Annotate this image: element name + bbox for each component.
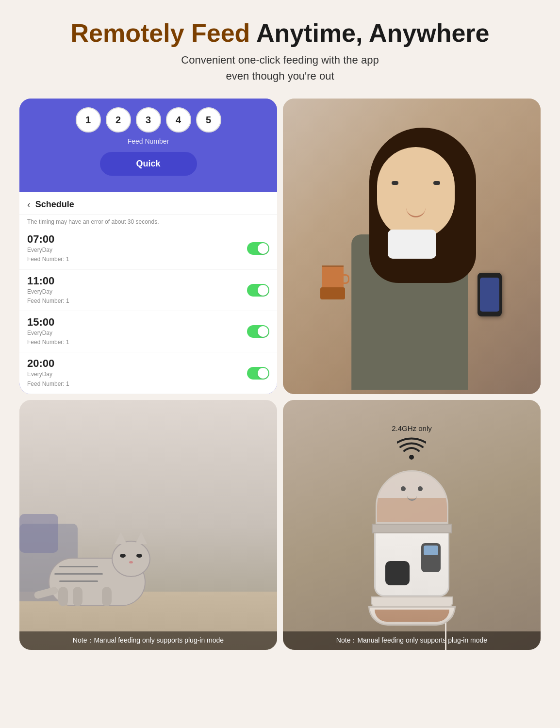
svg-point-0: [409, 455, 414, 460]
feeder-body-section: [374, 533, 449, 596]
main-content: 1 2 3 4 5 Feed Number Quick ‹ Schedule: [19, 99, 541, 650]
subheadline-line2: even though you're out: [226, 70, 334, 82]
feeder-machine: [368, 470, 456, 650]
cat-eye-right: [136, 554, 142, 558]
cat-ear-left: [115, 532, 127, 544]
schedule-time-2: 15:00: [27, 316, 247, 329]
schedule-detail-3: EveryDayFeed Number: 1: [27, 370, 247, 388]
schedule-section: ‹ Schedule The timing may have an error …: [19, 192, 277, 394]
wifi-label: 2.4GHz only: [392, 424, 432, 432]
woman-mouth: [406, 208, 426, 217]
schedule-title: Schedule: [35, 199, 74, 210]
feeder-dispenser: [385, 561, 410, 585]
feeder-face: [401, 486, 423, 491]
cat-eye-left: [120, 554, 126, 558]
feed-number-label: Feed Number: [29, 137, 267, 145]
feed-circles: 1 2 3 4 5: [29, 107, 267, 132]
woman-eye-right: [433, 181, 440, 185]
schedule-item-1: 11:00 EveryDayFeed Number: 1: [19, 270, 277, 311]
food-in-dome: [377, 498, 447, 522]
woman-coffee-cup: [322, 265, 344, 297]
headline-brown: Remotely Feed: [70, 19, 250, 47]
cup-handle: [343, 274, 349, 284]
schedule-time-3: 20:00: [27, 357, 247, 370]
woman-face-shape: [377, 147, 455, 239]
cat-stripe-2: [54, 573, 103, 575]
wifi-icon: [397, 436, 426, 461]
schedule-item-0-info: 07:00 EveryDayFeed Number: 1: [27, 233, 247, 264]
cat-stripe-1: [59, 566, 98, 567]
toggle-1[interactable]: [247, 284, 269, 297]
feeder-eye-left: [401, 486, 406, 491]
feed-number-section: 1 2 3 4 5 Feed Number Quick: [19, 99, 277, 192]
schedule-detail-0: EveryDayFeed Number: 1: [27, 246, 247, 264]
back-arrow-icon[interactable]: ‹: [27, 199, 31, 210]
schedule-time-1: 11:00: [27, 275, 247, 287]
woman-eye-left: [392, 181, 398, 185]
app-card-inner: 1 2 3 4 5 Feed Number Quick ‹ Schedule: [19, 99, 277, 394]
note-bar: Note：Manual feeding only supports plug-i…: [19, 631, 277, 650]
feed-circle-1[interactable]: 1: [76, 107, 101, 132]
subheadline: Convenient one-click feeding with the ap…: [181, 52, 379, 84]
cat-head: [112, 541, 150, 577]
wifi-section: 2.4GHz only: [392, 424, 432, 461]
schedule-detail-2: EveryDayFeed Number: 1: [27, 329, 247, 347]
phone-screen: [480, 278, 499, 312]
feeder-dome: [376, 470, 448, 524]
schedule-item-3: 20:00 EveryDayFeed Number: 1: [19, 352, 277, 394]
feeder-panel: [421, 543, 441, 572]
woman-photo-card: [283, 99, 541, 394]
schedule-time-0: 07:00: [27, 233, 247, 246]
top-row: 1 2 3 4 5 Feed Number Quick ‹ Schedule: [19, 99, 541, 394]
cat-scene-card: Note：Manual feeding only supports plug-i…: [19, 400, 277, 650]
schedule-item-0: 07:00 EveryDayFeed Number: 1: [19, 228, 277, 269]
schedule-detail-1: EveryDayFeed Number: 1: [27, 287, 247, 306]
feed-circle-2[interactable]: 2: [106, 107, 131, 132]
feed-circle-4[interactable]: 4: [166, 107, 191, 132]
power-cord: [445, 621, 446, 650]
schedule-note: The timing may have an error of about 30…: [19, 215, 277, 228]
cat-nose: [129, 561, 133, 563]
cat-figure: [34, 538, 170, 606]
panel-screen: [424, 546, 438, 555]
schedule-header: ‹ Schedule: [19, 192, 277, 215]
bottom-row: Note：Manual feeding only supports plug-i…: [19, 400, 541, 650]
cup-sleeve: [320, 287, 345, 299]
feeder-device-card: 2.4GHz only: [283, 400, 541, 650]
app-ui-card: 1 2 3 4 5 Feed Number Quick ‹ Schedule: [19, 99, 277, 394]
woman-shirt-collar: [388, 230, 436, 259]
food-in-bowl: [375, 610, 449, 622]
cat-ear-right: [135, 532, 147, 544]
schedule-item-2: 15:00 EveryDayFeed Number: 1: [19, 311, 277, 352]
subheadline-line1: Convenient one-click feeding with the ap…: [181, 54, 379, 66]
cat-leg-3: [102, 587, 112, 606]
schedule-item-1-info: 11:00 EveryDayFeed Number: 1: [27, 275, 247, 306]
feeder-mid-band: [372, 524, 452, 533]
toggle-0[interactable]: [247, 242, 269, 255]
feed-circle-5[interactable]: 5: [196, 107, 221, 132]
cat-leg-1: [58, 587, 68, 606]
toggle-3[interactable]: [247, 367, 269, 380]
headline-plain: Anytime, Anywhere: [250, 19, 489, 47]
toggle-2[interactable]: [247, 325, 269, 338]
feed-circle-3[interactable]: 3: [136, 107, 161, 132]
cat-stripe-3: [59, 580, 98, 582]
feeder-eye-right: [418, 486, 423, 491]
quick-button[interactable]: Quick: [100, 152, 197, 176]
schedule-item-3-info: 20:00 EveryDayFeed Number: 1: [27, 357, 247, 388]
main-headline: Remotely Feed Anytime, Anywhere: [70, 19, 489, 47]
woman-phone: [478, 273, 502, 316]
cat-leg-2: [73, 587, 82, 606]
cat-body-container: [34, 538, 170, 606]
feeder-bowl: [368, 606, 456, 626]
schedule-item-2-info: 15:00 EveryDayFeed Number: 1: [27, 316, 247, 347]
